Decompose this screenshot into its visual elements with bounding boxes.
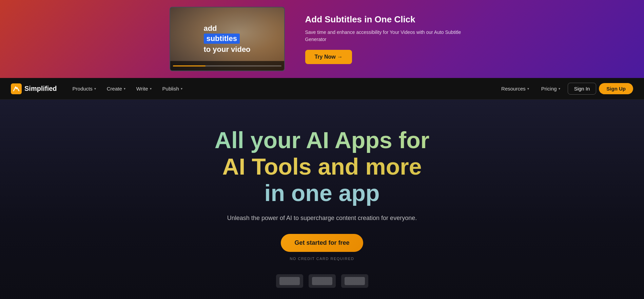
banner-description: Save time and enhance accessibility for …	[305, 29, 475, 43]
nav-item-write[interactable]: Write ▾	[132, 83, 156, 94]
hero-line3: in one app	[14, 180, 630, 206]
nav-item-pricing-label: Pricing	[541, 86, 557, 92]
chevron-down-icon: ▾	[124, 87, 125, 91]
partner-logo-1	[276, 274, 303, 288]
partner-logo-2	[309, 274, 336, 288]
chevron-down-icon: ▾	[94, 87, 96, 91]
logo-area[interactable]: Simplified	[11, 83, 57, 94]
nav-item-pricing[interactable]: Pricing ▾	[536, 83, 565, 94]
progress-fill	[173, 65, 206, 66]
banner-video-line2: subtitles	[203, 34, 250, 44]
partner-logo-inner-2	[312, 277, 332, 285]
no-credit-card-label: NO CREDIT CARD REQUIRED	[14, 257, 630, 261]
progress-bar	[173, 65, 281, 66]
banner: add subtitles to your video Add Subtitle…	[0, 0, 644, 78]
chevron-down-icon: ▾	[181, 87, 182, 91]
nav-item-create-label: Create	[107, 86, 122, 92]
sign-up-button[interactable]: Sign Up	[599, 83, 633, 94]
nav-links: Products ▾ Create ▾ Write ▾ Publish ▾	[68, 83, 496, 94]
partner-logo-inner-1	[279, 277, 300, 285]
nav-right: Resources ▾ Pricing ▾ Sign In Sign Up	[496, 83, 633, 95]
banner-video-subtitle: subtitles	[203, 34, 239, 44]
logo-text: Simplified	[24, 85, 57, 93]
hero-headline: All your AI Apps for AI Tools and more i…	[14, 127, 630, 206]
sign-in-button[interactable]: Sign In	[568, 83, 597, 95]
banner-video-line1: add	[203, 24, 250, 33]
hero-line2: AI Tools and more	[14, 153, 630, 180]
chevron-down-icon: ▾	[559, 87, 560, 91]
banner-video-text-overlay: add subtitles to your video	[203, 24, 250, 54]
nav-item-resources-label: Resources	[501, 86, 526, 92]
banner-content: Add Subtitles in One Click Save time and…	[305, 14, 475, 64]
hero-section: All your AI Apps for AI Tools and more i…	[0, 100, 644, 299]
banner-title: Add Subtitles in One Click	[305, 14, 475, 25]
banner-video: add subtitles to your video	[170, 7, 285, 71]
hero-subtext: Unleash the power of AI to supercharge c…	[220, 215, 424, 222]
hero-line1: All your AI Apps for	[14, 127, 630, 153]
get-started-button[interactable]: Get started for free	[281, 234, 363, 252]
try-now-button[interactable]: Try Now →	[305, 50, 352, 64]
nav-item-resources[interactable]: Resources ▾	[496, 83, 534, 94]
nav-item-write-label: Write	[136, 86, 148, 92]
partner-logos	[14, 274, 630, 288]
chevron-down-icon: ▾	[150, 87, 152, 91]
nav-item-publish[interactable]: Publish ▾	[158, 83, 187, 94]
nav-item-publish-label: Publish	[162, 86, 179, 92]
nav-item-products-label: Products	[73, 86, 93, 92]
navbar: Simplified Products ▾ Create ▾ Write ▾ P…	[0, 78, 644, 100]
chevron-down-icon: ▾	[527, 87, 529, 91]
banner-video-controls	[170, 61, 284, 71]
nav-item-products[interactable]: Products ▾	[68, 83, 101, 94]
partner-logo-inner-3	[345, 277, 365, 285]
partner-logo-3	[341, 274, 368, 288]
nav-item-create[interactable]: Create ▾	[102, 83, 130, 94]
simplified-logo-icon	[11, 83, 22, 94]
banner-video-line3: to your video	[203, 45, 250, 54]
